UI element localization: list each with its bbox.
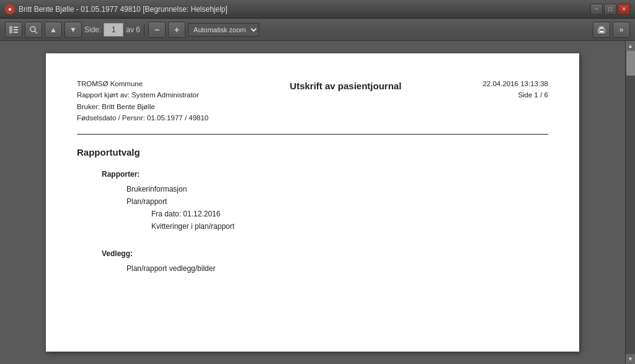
sidebar-toggle-button[interactable]	[5, 22, 22, 38]
document-page: TROMSØ Kommune Rapport kjørt av: System …	[46, 53, 579, 352]
maximize-button[interactable]: □	[604, 4, 616, 15]
window-title: Britt Bente Bjølle - 01.05.1977 49810 [B…	[19, 5, 228, 14]
report-by: Rapport kjørt av: System Administrator	[77, 89, 208, 100]
org-name: TROMSØ Kommune	[77, 78, 208, 89]
scroll-up-button[interactable]: ▲	[626, 41, 636, 51]
scrollbar[interactable]: ▲ ▼	[625, 41, 635, 364]
svg-rect-2	[14, 29, 18, 30]
svg-point-4	[30, 27, 35, 32]
doc-header: TROMSØ Kommune Rapport kjørt av: System …	[77, 78, 548, 124]
title-bar-left: ● Britt Bente Bjølle - 01.05.1977 49810 …	[5, 4, 228, 14]
prev-page-button[interactable]: ▲	[45, 22, 62, 38]
svg-rect-3	[14, 32, 18, 33]
scroll-track[interactable]	[626, 51, 636, 354]
report-subitem-fra-dato: Fra dato: 01.12.2016	[151, 210, 548, 218]
next-page-button[interactable]: ▼	[64, 22, 82, 38]
separator-1	[144, 24, 144, 36]
document-area: TROMSØ Kommune Rapport kjørt av: System …	[0, 41, 625, 364]
vedlegg-section: Vedlegg: Plan/rapport vedlegg/bilder	[77, 249, 548, 273]
minimize-button[interactable]: −	[590, 4, 603, 15]
doc-header-right: 22.04.2016 13:13:38 Side 1 / 6	[482, 78, 548, 124]
page-count: av 6	[126, 25, 140, 34]
report-item-brukerinformasjon: Brukerinformasjon	[127, 185, 548, 193]
close-button[interactable]: ✕	[618, 4, 630, 15]
report-item-plan-rapport: Plan/rapport	[127, 197, 548, 206]
svg-rect-7	[600, 26, 604, 29]
dob: Fødselsdato / Persnr: 01.05.1977 / 49810	[77, 112, 208, 123]
more-button[interactable]: »	[613, 22, 630, 38]
page-number-input[interactable]	[104, 23, 123, 37]
app-icon: ●	[5, 4, 15, 14]
search-button[interactable]	[25, 22, 42, 38]
svg-rect-9	[599, 29, 600, 30]
doc-header-left: TROMSØ Kommune Rapport kjørt av: System …	[77, 78, 208, 124]
page-input-group: Side: av 6	[84, 23, 140, 37]
scroll-thumb[interactable]	[626, 51, 635, 76]
vedlegg-item-plan-rapport: Plan/rapport vedlegg/bilder	[127, 264, 548, 273]
header-divider	[77, 134, 548, 135]
window-controls: − □ ✕	[590, 4, 630, 15]
svg-rect-1	[14, 27, 18, 28]
zoom-in-button[interactable]: +	[168, 22, 185, 38]
zoom-out-button[interactable]: −	[148, 22, 166, 38]
doc-title: Utskrift av pasientjournal	[290, 78, 401, 124]
page-label: Side:	[84, 25, 101, 34]
zoom-select[interactable]: Automatisk zoom 50% 75% 100% 125% 150%	[188, 23, 259, 37]
main-area: TROMSØ Kommune Rapport kjørt av: System …	[0, 41, 635, 364]
print-button[interactable]	[593, 22, 610, 38]
rapporter-label: Rapporter:	[102, 170, 548, 179]
toolbar: ▲ ▼ Side: av 6 − + Automatisk zoom 50% 7…	[0, 19, 635, 41]
print-date: 22.04.2016 13:13:38	[482, 78, 548, 89]
page-ref: Side 1 / 6	[482, 89, 548, 100]
svg-rect-8	[600, 30, 604, 32]
vedlegg-label: Vedlegg:	[102, 249, 548, 258]
user-name: Bruker: Britt Bente Bjølle	[77, 101, 208, 112]
title-bar: ● Britt Bente Bjølle - 01.05.1977 49810 …	[0, 0, 635, 19]
svg-rect-0	[9, 26, 12, 33]
section-rapportutvalg-title: Rapportutvalg	[77, 147, 548, 158]
scroll-down-button[interactable]: ▼	[626, 354, 636, 364]
report-subitem-kvitteringer: Kvitteringer i plan/rapport	[151, 222, 548, 231]
svg-line-5	[35, 31, 37, 33]
